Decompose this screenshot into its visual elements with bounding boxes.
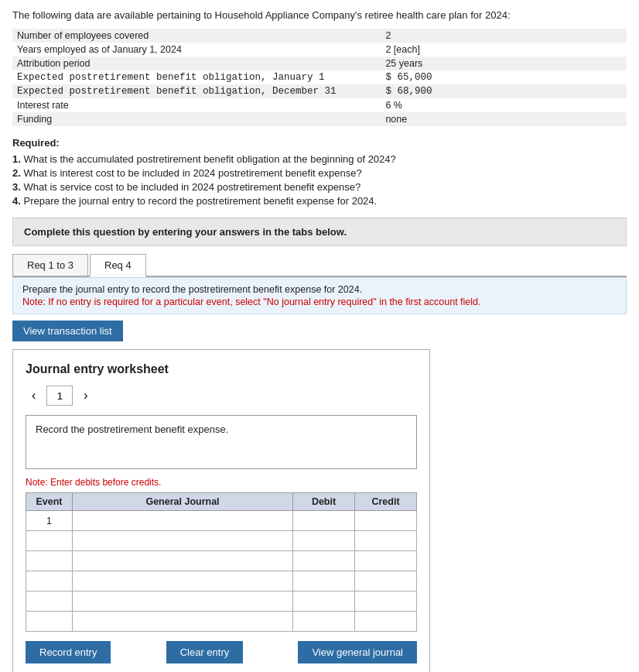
debit-input[interactable] — [296, 612, 351, 631]
credit-input[interactable] — [358, 531, 413, 550]
credit-input[interactable] — [358, 571, 413, 591]
journal-cell[interactable] — [73, 551, 293, 571]
table-row — [26, 571, 417, 591]
data-row-value: $ 65,000 — [381, 70, 627, 84]
credit-input[interactable] — [358, 612, 413, 631]
journal-cell[interactable] — [73, 612, 293, 632]
complete-banner: Complete this question by entering your … — [12, 218, 627, 246]
next-arrow-button[interactable]: › — [77, 387, 94, 404]
journal-input[interactable] — [76, 612, 289, 631]
data-row-value: none — [381, 112, 627, 126]
credit-input[interactable] — [358, 591, 413, 611]
debit-input[interactable] — [296, 531, 351, 550]
table-row — [26, 612, 417, 632]
page-number-input[interactable] — [46, 386, 73, 406]
journal-input[interactable] — [76, 531, 289, 550]
col-header-journal: General Journal — [73, 493, 293, 511]
tab-req-4[interactable]: Req 4 — [90, 254, 146, 277]
data-table: Number of employees covered2Years employ… — [12, 29, 627, 126]
debit-cell[interactable] — [293, 612, 355, 632]
journal-input[interactable] — [76, 591, 289, 611]
event-cell — [26, 591, 73, 612]
data-row-label: Years employed as of January 1, 2024 — [12, 43, 381, 57]
data-row-label: Attribution period — [12, 57, 381, 70]
bottom-buttons: Record entry Clear entry View general jo… — [26, 641, 417, 663]
table-row: 1 — [26, 511, 417, 531]
event-cell — [26, 551, 73, 571]
event-cell — [26, 612, 73, 632]
data-row-label: Expected postretirement benefit obligati… — [12, 70, 381, 84]
debit-cell[interactable] — [293, 511, 355, 531]
col-header-debit: Debit — [293, 493, 355, 511]
event-cell — [26, 571, 73, 591]
journal-cell[interactable] — [73, 511, 293, 531]
journal-input[interactable] — [76, 571, 289, 591]
journal-cell[interactable] — [73, 591, 293, 612]
worksheet-container: Journal entry worksheet ‹ › Record the p… — [12, 349, 430, 672]
debit-cell[interactable] — [293, 551, 355, 571]
event-cell: 1 — [26, 511, 73, 531]
record-entry-button[interactable]: Record entry — [26, 641, 111, 663]
intro-text: The following data are available pertain… — [12, 9, 627, 21]
data-row-label: Number of employees covered — [12, 29, 381, 43]
journal-input[interactable] — [76, 511, 289, 530]
prev-arrow-button[interactable]: ‹ — [26, 387, 42, 404]
clear-entry-button[interactable]: Clear entry — [166, 641, 244, 663]
journal-table: Event General Journal Debit Credit 1 — [26, 492, 417, 632]
journal-cell[interactable] — [73, 571, 293, 591]
instruction-box: Prepare the journal entry to record the … — [12, 277, 627, 314]
instruction-main: Prepare the journal entry to record the … — [22, 284, 617, 295]
event-cell — [26, 531, 73, 551]
col-header-event: Event — [26, 493, 73, 511]
data-row-value: $ 68,900 — [381, 84, 627, 98]
required-item: 2. What is interest cost to be included … — [12, 167, 627, 179]
debit-input[interactable] — [296, 511, 351, 530]
journal-cell[interactable] — [73, 531, 293, 551]
tabs-row: Req 1 to 3Req 4 — [12, 254, 627, 277]
required-item: 1. What is the accumulated postretiremen… — [12, 153, 627, 165]
debit-input[interactable] — [296, 571, 351, 591]
data-row-label: Expected postretirement benefit obligati… — [12, 84, 381, 98]
data-row-value: 6 % — [381, 98, 627, 112]
debit-cell[interactable] — [293, 531, 355, 551]
debit-note: Note: Enter debits before credits. — [26, 477, 417, 488]
data-row-value: 25 years — [381, 57, 627, 70]
data-row-label: Interest rate — [12, 98, 381, 112]
required-section: Required: 1. What is the accumulated pos… — [12, 137, 627, 207]
data-row-value: 2 [each] — [381, 43, 627, 57]
credit-input[interactable] — [358, 551, 413, 571]
journal-input[interactable] — [76, 551, 289, 571]
debit-cell[interactable] — [293, 591, 355, 612]
credit-cell[interactable] — [355, 551, 417, 571]
view-general-journal-button[interactable]: View general journal — [298, 641, 417, 663]
data-row-label: Funding — [12, 112, 381, 126]
data-row-value: 2 — [381, 29, 627, 43]
credit-input[interactable] — [358, 511, 413, 530]
debit-input[interactable] — [296, 591, 351, 611]
record-note-box: Record the postretirement benefit expens… — [26, 415, 417, 469]
debit-cell[interactable] — [293, 571, 355, 591]
credit-cell[interactable] — [355, 511, 417, 531]
credit-cell[interactable] — [355, 531, 417, 551]
required-title: Required: — [12, 137, 627, 149]
table-row — [26, 591, 417, 612]
col-header-credit: Credit — [355, 493, 417, 511]
worksheet-title: Journal entry worksheet — [26, 362, 417, 376]
required-item: 4. Prepare the journal entry to record t… — [12, 195, 627, 207]
nav-row: ‹ › — [26, 386, 417, 406]
credit-cell[interactable] — [355, 612, 417, 632]
view-transaction-button[interactable]: View transaction list — [12, 321, 123, 341]
tab-req-1-to-3[interactable]: Req 1 to 3 — [12, 254, 88, 276]
instruction-note: Note: If no entry is required for a part… — [22, 297, 617, 307]
table-row — [26, 531, 417, 551]
record-note-text: Record the postretirement benefit expens… — [36, 423, 228, 435]
table-row — [26, 551, 417, 571]
credit-cell[interactable] — [355, 571, 417, 591]
credit-cell[interactable] — [355, 591, 417, 612]
required-item: 3. What is service cost to be included i… — [12, 181, 627, 193]
debit-input[interactable] — [296, 551, 351, 571]
